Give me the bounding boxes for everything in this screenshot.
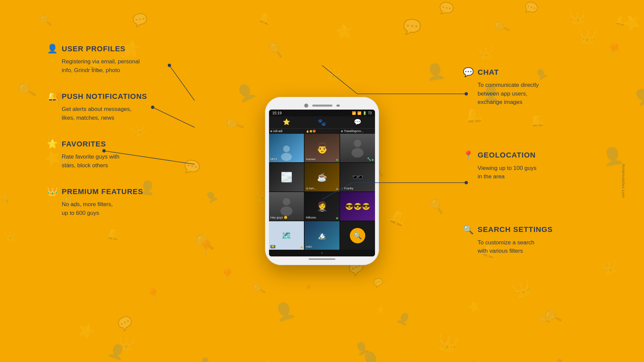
user-profiles-desc: Registering via email, personalinfo, Gri… <box>62 57 188 74</box>
adi-online-dot <box>270 130 272 132</box>
status-icons: 📶 📶 🔋 73 <box>352 111 372 115</box>
phone-ear <box>336 105 340 107</box>
search-settings-icon: 🔍 <box>463 225 474 235</box>
battery-icon: 🔋 <box>363 111 367 115</box>
chat-title: CHAT <box>478 68 499 77</box>
phone-bottom-nav: ▼ <box>269 250 375 256</box>
grid-cell-emoji[interactable]: 😎😎😎 <box>340 192 375 221</box>
manwo-name: manwo <box>306 158 316 161</box>
search-circle-button[interactable]: 🔍 <box>350 228 365 243</box>
chat-icon: 💬 <box>463 67 474 77</box>
search-button-area[interactable]: 🔍 <box>340 221 375 250</box>
feature-geolocation: 📍 GEOLOCATION Viewing up to 100 guysin t… <box>463 150 604 181</box>
room-dot <box>301 246 303 248</box>
phone-mockup: 15:19 📶 📶 🔋 73 ⭐ 🐾 💬 Adi-adi <box>265 97 379 265</box>
home-bar <box>309 258 335 260</box>
feature-chat: 💬 CHAT To communicate directlybetween ap… <box>463 67 604 107</box>
franky-name: ○ Franky <box>341 187 353 190</box>
top-name-adi: Adi-adi <box>269 129 305 133</box>
feature-push-notifications: 🔔 PUSH NOTIFICATIONS Get alerts about me… <box>47 91 188 122</box>
status-time: 15:19 <box>272 111 282 115</box>
geolocation-icon: 📍 <box>463 150 474 161</box>
premium-desc: No ads, more filters,up to 600 guys <box>62 200 188 217</box>
top-name-middle: 🔥⭐🎁 <box>305 129 340 133</box>
user-profiles-icon: 👤 <box>47 44 58 54</box>
phone-speaker <box>312 105 332 107</box>
grid-cell-room[interactable]: 🗺️ 😀 <box>269 221 304 250</box>
battery-percent: 73 <box>368 111 372 115</box>
premium-icon: 👑 <box>47 186 58 197</box>
svg-point-1 <box>281 153 292 161</box>
geolocation-title: GEOLOCATION <box>478 151 536 160</box>
favorites-title: FAVORITES <box>62 140 106 148</box>
grid-cell-ojTam[interactable]: ☕ oj tam... <box>305 163 339 191</box>
left-feature-panel: 👤 USER PROFILES Registering via email, p… <box>47 44 188 234</box>
nav-grindr-icon[interactable]: 🐾 <box>318 118 326 126</box>
ojtam-name: oj tam... <box>306 187 317 190</box>
svg-point-0 <box>283 145 290 152</box>
push-notifications-desc: Get alerts about messages,likes, matches… <box>62 105 188 122</box>
top-name-traveling: TravelingAro... <box>340 129 375 133</box>
right-feature-panel: 💬 CHAT To communicate directlybetween ap… <box>463 67 604 299</box>
grid-cell-franky[interactable]: 🕶️ ○ Franky <box>340 163 375 191</box>
svg-point-4 <box>283 198 290 205</box>
grid-cell-manwo[interactable]: 👨 manwo <box>305 134 339 162</box>
grid-cell-mt23[interactable]: Mt23 <box>269 134 304 162</box>
grid-cell-search-btn[interactable]: 🔍 <box>340 221 375 250</box>
svg-line-9 <box>322 65 357 94</box>
smoke-photo: 🌫️ <box>269 163 304 191</box>
user-profiles-title: USER PROFILES <box>62 45 125 53</box>
nav-star-icon[interactable]: ⭐ <box>283 118 290 126</box>
manwo-online <box>336 159 338 161</box>
watermark: thinkmobiles.com <box>622 164 626 198</box>
phone-top <box>269 101 375 110</box>
bottom-indicator: ▼ <box>321 252 323 255</box>
wifi-icon: 📶 <box>352 111 356 115</box>
app-nav: ⭐ 🐾 💬 <box>269 116 375 129</box>
grid-cell-empty1[interactable]: 🔧 <box>340 134 375 162</box>
favorites-icon: ⭐ <box>47 139 58 149</box>
feature-search-settings: 🔍 SEARCH SETTINGS To customize a searchw… <box>463 225 604 255</box>
geolocation-desc: Viewing up to 100 guysin the area <box>478 164 604 181</box>
push-notifications-title: PUSH NOTIFICATIONS <box>62 92 147 101</box>
grid-cell-heyguys[interactable]: Hey guys 😊 <box>269 192 304 221</box>
search-settings-desc: To customize a searchwith various filter… <box>478 238 604 255</box>
push-notifications-icon: 🔔 <box>47 91 58 102</box>
top-name-bar: Adi-adi 🔥⭐🎁 TravelingAro... <box>269 129 375 134</box>
mikosiu-online <box>336 217 338 219</box>
wrench-icon: 🔧 <box>367 157 371 161</box>
signal-icon: 📶 <box>357 111 361 115</box>
svg-point-2 <box>354 140 361 147</box>
emoji-photo: 😎😎😎 <box>340 192 375 221</box>
phone-home-area <box>269 256 375 261</box>
status-bar: 15:19 📶 📶 🔋 73 <box>269 110 375 116</box>
traveling-name: TravelingAro... <box>344 129 363 133</box>
grid-cell-mn[interactable]: 🏔️ m&n <box>305 221 339 250</box>
search-settings-title: SEARCH SETTINGS <box>478 225 553 234</box>
empty1-online <box>372 159 374 161</box>
room-badge: 😀 <box>270 245 275 248</box>
favorites-desc: Rate favorite guys withstars, block othe… <box>62 153 188 170</box>
adi-name: Adi-adi <box>273 129 282 133</box>
traveling-online-dot <box>341 130 343 132</box>
mt23-name: Mt23 <box>270 158 277 161</box>
ojtam-dot <box>336 188 338 190</box>
feature-premium: 👑 PREMIUM FEATURES No ads, more filters,… <box>47 186 188 217</box>
heyguys-name: Hey guys 😊 <box>270 216 287 219</box>
svg-point-5 <box>280 206 292 216</box>
nav-chat-icon[interactable]: 💬 <box>354 118 361 126</box>
chat-desc: To communicate directlybetween app users… <box>478 81 604 107</box>
middle-badges: 🔥⭐🎁 <box>306 130 316 133</box>
feature-favorites: ⭐ FAVORITES Rate favorite guys withstars… <box>47 139 188 170</box>
svg-point-3 <box>352 148 364 158</box>
mn-name: m&n <box>306 245 312 248</box>
profile-grid: Mt23 👨 manwo 🔧 🌫️ <box>269 134 375 250</box>
premium-title: PREMIUM FEATURES <box>62 187 143 196</box>
feature-user-profiles: 👤 USER PROFILES Registering via email, p… <box>47 44 188 74</box>
phone-camera <box>304 104 308 108</box>
mikosiu-name: Mikosiu <box>306 216 316 219</box>
grid-cell-smoke[interactable]: 🌫️ <box>269 163 304 191</box>
phone-screen: 15:19 📶 📶 🔋 73 ⭐ 🐾 💬 Adi-adi <box>269 110 375 256</box>
grid-cell-mikosiu[interactable]: 🤵 Mikosiu <box>305 192 339 221</box>
phone-body: 15:19 📶 📶 🔋 73 ⭐ 🐾 💬 Adi-adi <box>265 97 379 265</box>
